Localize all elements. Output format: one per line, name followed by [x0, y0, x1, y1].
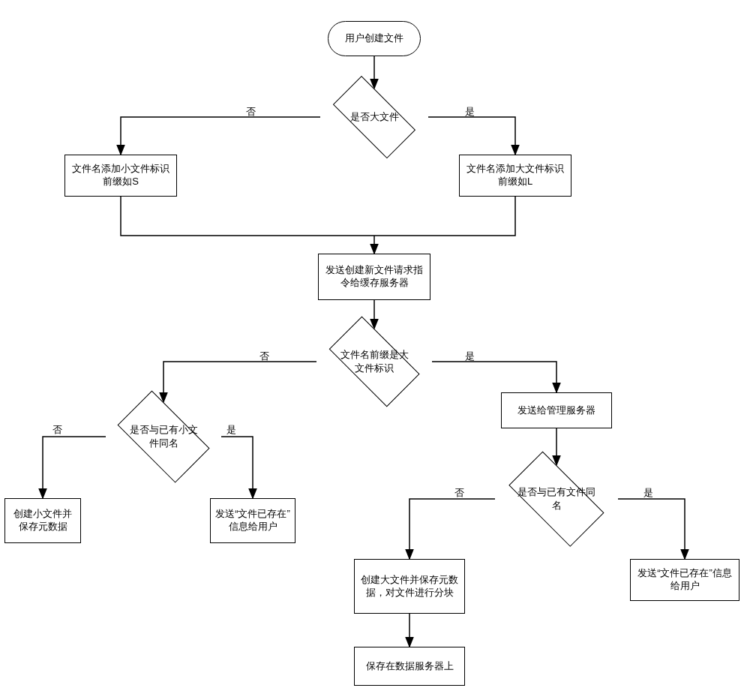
process-exists-small-label: 发送“文件已存在”信息给用户: [215, 508, 290, 533]
decision-large-dup: 是否与已有文件同名: [495, 465, 618, 533]
process-create-small: 创建小文件并保存元数据: [4, 498, 81, 543]
decision-big-file-label: 是否大文件: [347, 110, 402, 124]
process-large-prefix: 文件名添加大文件标识前缀如L: [459, 155, 572, 197]
process-create-large-label: 创建大文件并保存元数据，对文件进行分块: [359, 574, 460, 599]
process-send-create-label: 发送创建新文件请求指令给缓存服务器: [323, 264, 425, 290]
edge-label-no: 否: [246, 105, 256, 119]
process-save-data-server: 保存在数据服务器上: [354, 647, 465, 686]
edge-label-yes-4: 是: [644, 486, 653, 500]
process-save-data-server-label: 保存在数据服务器上: [366, 660, 454, 673]
process-exists-large: 发送“文件已存在”信息给用户: [630, 559, 740, 601]
edge-label-yes: 是: [465, 105, 475, 119]
decision-prefix-large-label: 文件名前缀是大文件标识: [333, 348, 416, 375]
decision-big-file: 是否大文件: [320, 89, 428, 146]
start-label: 用户创建文件: [345, 32, 404, 45]
process-exists-small: 发送“文件已存在”信息给用户: [210, 498, 296, 543]
process-send-mgmt: 发送给管理服务器: [501, 392, 612, 428]
edge-label-no-3: 否: [52, 423, 62, 437]
edge-label-no-4: 否: [454, 486, 464, 500]
process-send-mgmt-label: 发送给管理服务器: [518, 404, 596, 417]
decision-large-dup-label: 是否与已有文件同名: [513, 485, 600, 512]
edge-label-no-2: 否: [260, 350, 269, 363]
process-small-prefix: 文件名添加小文件标识前缀如S: [64, 155, 177, 197]
flowchart-canvas: 用户创建文件 是否大文件 否 是 文件名添加小文件标识前缀如S 文件名添加大文件…: [0, 0, 750, 700]
process-small-prefix-label: 文件名添加小文件标识前缀如S: [70, 163, 172, 188]
process-large-prefix-label: 文件名添加大文件标识前缀如L: [464, 163, 566, 188]
process-exists-large-label: 发送“文件已存在”信息给用户: [635, 567, 734, 593]
decision-small-dup: 是否与已有小文件同名: [106, 402, 221, 471]
start-node: 用户创建文件: [328, 21, 421, 56]
process-send-create: 发送创建新文件请求指令给缓存服务器: [318, 254, 430, 300]
process-create-small-label: 创建小文件并保存元数据: [10, 508, 76, 533]
decision-prefix-large: 文件名前缀是大文件标识: [316, 329, 432, 395]
process-create-large: 创建大文件并保存元数据，对文件进行分块: [354, 559, 465, 614]
edge-label-yes-2: 是: [465, 350, 475, 363]
decision-small-dup-label: 是否与已有小文件同名: [122, 423, 205, 450]
edge-label-yes-3: 是: [226, 423, 236, 437]
